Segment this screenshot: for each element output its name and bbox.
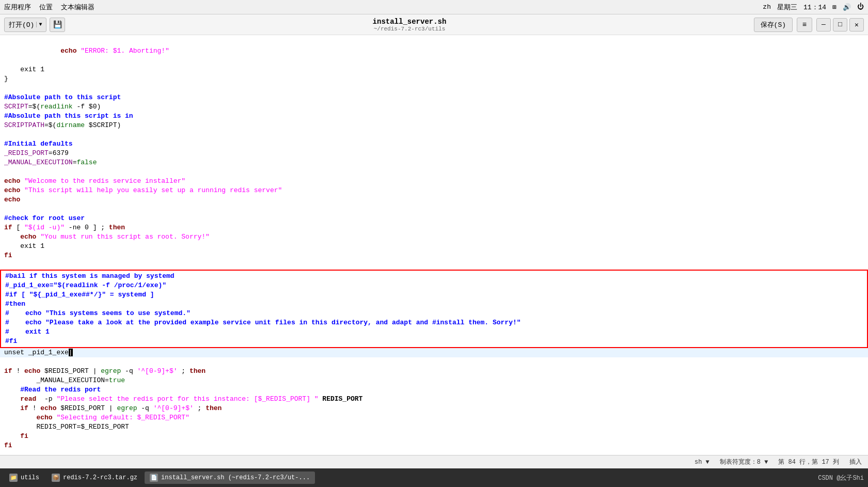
code-line [0,450,868,455]
toolbar: 打开(O) ▼ 💾 install_server.sh ~/redis-7.2-… [0,14,868,35]
selection-region: #bail if this system is managed by syste… [0,270,868,348]
toolbar-right: 保存(S) ≡ — □ ✕ [754,18,864,32]
taskbar-label-tar: redis-7.2-rc3.tar.gz [63,474,137,481]
open-dropdown-arrow[interactable]: ▼ [36,22,42,27]
open-button[interactable]: 打开(O) ▼ [4,18,46,32]
code-line: #then [1,300,867,309]
code-line: exit 1 [0,65,868,74]
code-line: SCRIPT=$(readlink -f $0) [0,102,868,112]
menu-left: 应用程序 位置 文本编辑器 [4,3,94,12]
lang-indicator: zh [763,3,771,11]
script-icon: 📄 [150,474,158,482]
save-button[interactable]: 保存(S) [754,18,793,32]
taskbar-item-install-server[interactable]: 📄 install_server.sh (~redis-7.2-rc3/ut-.… [145,472,315,484]
code-line [0,357,868,367]
code-line [0,84,868,93]
code-line: fi [0,251,868,260]
status-bar: sh ▼ 制表符宽度：8 ▼ 第 84 行，第 17 列 插入 [0,455,868,468]
code-line: #check for root user [0,214,868,223]
taskbar-label-install: install_server.sh (~redis-7.2-rc3/ut-... [161,474,310,481]
power-icon: ⏻ [857,3,864,11]
taskbar-right: CSDN @幺子Shi [818,474,864,482]
code-line: #fi [1,337,867,346]
tab-width-indicator[interactable]: 制表符宽度：8 ▼ [720,458,768,466]
code-line: SCRIPTPATH=$(dirname $SCRIPT) [0,121,868,130]
window-controls: — □ ✕ [816,18,864,32]
file-path: ~/redis-7.2-rc3/utils [374,26,446,32]
code-line: if ! echo $REDIS_PORT | egrep -q '^[0-9]… [0,367,868,376]
cursor-position: 第 84 行，第 17 列 [778,458,839,466]
minimize-button[interactable]: — [816,18,831,32]
code-line: exit 1 [0,242,868,251]
code-line: # echo "This systems seems to use system… [1,309,867,318]
code-line: _REDIS_PORT=6379 [0,149,868,158]
taskbar-label-utils: utils [21,474,39,481]
taskbar-item-utils[interactable]: 📁 utils [4,472,44,484]
code-line: echo "Selecting default: $_REDIS_PORT" [0,413,868,422]
save-icon-button[interactable]: 💾 [50,18,65,32]
editor-menu[interactable]: 文本编辑器 [61,3,94,12]
code-line: #Absolute path this script is in [0,112,868,121]
shell-indicator[interactable]: sh ▼ [695,459,709,466]
weekday: 星期三 [777,3,797,12]
maximize-button[interactable]: □ [833,18,847,32]
toolbar-center: install_server.sh ~/redis-7.2-rc3/utils [68,18,750,32]
location-menu[interactable]: 位置 [39,3,53,12]
taskbar: 📁 utils 📦 redis-7.2-rc3.tar.gz 📄 install… [0,468,868,487]
status-bar-right: sh ▼ 制表符宽度：8 ▼ 第 84 行，第 17 列 插入 [695,458,862,466]
code-line: echo "You must run this script as root. … [0,232,868,242]
code-line: fi [0,432,868,441]
code-line [0,130,868,139]
insert-mode: 插入 [849,458,862,466]
code-line: #Read the redis port [0,385,868,395]
csdn-label: CSDN @幺子Shi [818,474,864,482]
code-line: echo [0,195,868,205]
folder-icon: 📁 [9,474,18,482]
code-line: #Initial defaults [0,139,868,149]
code-line: REDIS_PORT=$_REDIS_PORT [0,422,868,432]
save-icon: 💾 [53,20,62,29]
code-line: } [0,74,868,84]
code-line: _MANUAL_EXECUTION=true [0,376,868,385]
network-icon: ⊞ [832,3,837,11]
editor-area: echo "ERROR: $1. Aborting!" exit 1 } #Ab… [0,35,868,455]
code-line: #_pid_1_exe="$(readlink -f /proc/1/exe)" [1,281,867,290]
code-line: echo "Welcome to the redis service insta… [0,177,868,186]
open-label: 打开(O) [9,20,34,29]
code-line-cursor: unset _pid_1_exe| [0,348,868,357]
code-content: echo "ERROR: $1. Aborting!" exit 1 } #Ab… [0,35,868,455]
code-line: echo "ERROR: $1. Aborting!" [0,37,868,65]
hamburger-menu[interactable]: ≡ [797,18,812,32]
app-menu[interactable]: 应用程序 [4,3,31,12]
volume-icon: 🔊 [843,3,851,11]
top-menubar: 应用程序 位置 文本编辑器 zh 星期三 11：14 ⊞ 🔊 ⏻ [0,0,868,14]
code-line: # echo "Please take a look at the provid… [1,318,867,327]
code-line [0,167,868,177]
code-line: echo "This script will help you easily s… [0,186,868,195]
code-line [0,260,868,270]
code-line: if ! echo $REDIS_PORT | egrep -q '^[0-9]… [0,404,868,413]
archive-icon: 📦 [52,474,60,482]
close-button[interactable]: ✕ [849,18,864,32]
code-line: #bail if this system is managed by syste… [1,272,867,281]
file-title: install_server.sh [373,18,447,26]
code-line [0,205,868,214]
editor-scroll[interactable]: echo "ERROR: $1. Aborting!" exit 1 } #Ab… [0,35,868,455]
code-line: #Absolute path to this script [0,93,868,102]
code-line: #if [ "${_pid_1_exe##*/}" = systemd ] [1,290,867,300]
clock: 11：14 [803,3,826,12]
menu-right: zh 星期三 11：14 ⊞ 🔊 ⏻ [763,3,864,12]
code-line: read -p "Please select the redis port fo… [0,395,868,404]
code-line: fi [0,441,868,450]
code-line: # exit 1 [1,327,867,337]
code-line: if [ "$(id -u)" -ne 0 ] ; then [0,223,868,232]
taskbar-item-redis-tar[interactable]: 📦 redis-7.2-rc3.tar.gz [46,472,143,484]
code-line: _MANUAL_EXECUTION=false [0,158,868,167]
